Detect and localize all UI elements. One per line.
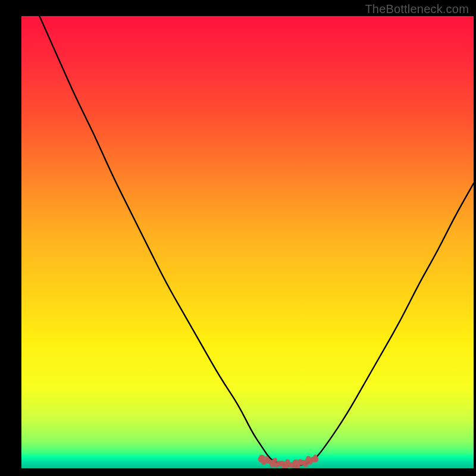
- svg-point-40: [258, 456, 264, 462]
- chart-container: TheBottleneck.com: [0, 0, 476, 476]
- gradient-background: [21, 16, 474, 468]
- attribution-text: TheBottleneck.com: [365, 2, 469, 16]
- svg-point-10: [273, 458, 277, 462]
- svg-point-41: [312, 456, 318, 462]
- bottleneck-chart: [21, 16, 474, 468]
- plot-area: [21, 16, 474, 468]
